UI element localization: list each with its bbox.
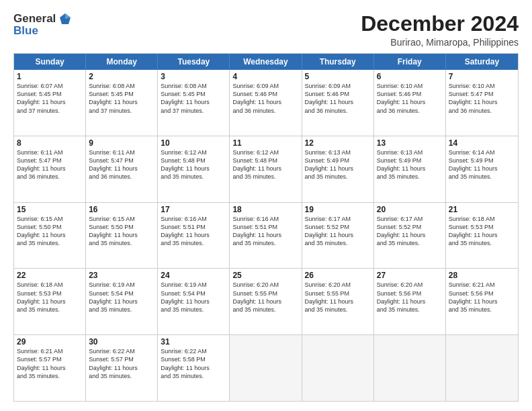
day-info: Sunrise: 6:15 AM Sunset: 5:50 PM Dayligh… [17, 215, 83, 248]
day-info: Sunrise: 6:11 AM Sunset: 5:47 PM Dayligh… [17, 148, 83, 181]
day-info: Sunrise: 6:12 AM Sunset: 5:48 PM Dayligh… [161, 148, 226, 181]
day-info: Sunrise: 6:13 AM Sunset: 5:49 PM Dayligh… [377, 148, 443, 181]
logo-blue: Blue [13, 24, 38, 38]
day-info: Sunrise: 6:15 AM Sunset: 5:50 PM Dayligh… [89, 215, 154, 248]
day-number: 30 [89, 337, 154, 347]
day-info: Sunrise: 6:22 AM Sunset: 5:58 PM Dayligh… [161, 347, 226, 380]
day-info: Sunrise: 6:18 AM Sunset: 5:53 PM Dayligh… [17, 281, 83, 314]
day-info: Sunrise: 6:21 AM Sunset: 5:57 PM Dayligh… [17, 347, 83, 380]
day-info: Sunrise: 6:20 AM Sunset: 5:55 PM Dayligh… [305, 281, 371, 314]
day-cell-26: 26Sunrise: 6:20 AM Sunset: 5:55 PM Dayli… [302, 269, 374, 334]
day-info: Sunrise: 6:08 AM Sunset: 5:45 PM Dayligh… [89, 82, 154, 115]
calendar-row-5: 29Sunrise: 6:21 AM Sunset: 5:57 PM Dayli… [14, 334, 518, 401]
day-number: 26 [305, 271, 371, 280]
header-day-monday: Monday [86, 54, 158, 70]
day-cell-21: 21Sunrise: 6:18 AM Sunset: 5:53 PM Dayli… [446, 203, 518, 269]
empty-cell [230, 335, 302, 401]
day-cell-7: 7Sunrise: 6:10 AM Sunset: 5:47 PM Daylig… [446, 70, 518, 136]
day-cell-31: 31Sunrise: 6:22 AM Sunset: 5:58 PM Dayli… [158, 335, 230, 401]
day-cell-19: 19Sunrise: 6:17 AM Sunset: 5:52 PM Dayli… [302, 203, 374, 269]
day-info: Sunrise: 6:11 AM Sunset: 5:47 PM Dayligh… [89, 148, 154, 181]
title-block: December 2024 Burirao, Mimaropa, Philipp… [361, 12, 519, 48]
calendar-body: 1Sunrise: 6:07 AM Sunset: 5:45 PM Daylig… [14, 70, 518, 401]
day-cell-25: 25Sunrise: 6:20 AM Sunset: 5:55 PM Dayli… [230, 269, 302, 334]
day-cell-22: 22Sunrise: 6:18 AM Sunset: 5:53 PM Dayli… [14, 269, 86, 334]
day-cell-13: 13Sunrise: 6:13 AM Sunset: 5:49 PM Dayli… [374, 136, 446, 202]
month-title: December 2024 [361, 12, 519, 36]
day-cell-3: 3Sunrise: 6:08 AM Sunset: 5:45 PM Daylig… [158, 70, 230, 136]
calendar-row-4: 22Sunrise: 6:18 AM Sunset: 5:53 PM Dayli… [14, 268, 518, 334]
day-cell-23: 23Sunrise: 6:19 AM Sunset: 5:54 PM Dayli… [86, 269, 158, 334]
day-info: Sunrise: 6:17 AM Sunset: 5:52 PM Dayligh… [305, 215, 371, 248]
header-day-thursday: Thursday [302, 54, 374, 70]
calendar-row-3: 15Sunrise: 6:15 AM Sunset: 5:50 PM Dayli… [14, 202, 518, 269]
day-number: 9 [89, 138, 154, 148]
day-cell-5: 5Sunrise: 6:09 AM Sunset: 5:46 PM Daylig… [302, 70, 374, 136]
day-number: 2 [89, 72, 154, 81]
day-number: 28 [449, 271, 515, 280]
day-cell-4: 4Sunrise: 6:09 AM Sunset: 5:46 PM Daylig… [230, 70, 302, 136]
day-number: 13 [377, 138, 443, 148]
day-number: 5 [305, 72, 371, 81]
header-day-friday: Friday [374, 54, 446, 70]
day-cell-20: 20Sunrise: 6:17 AM Sunset: 5:52 PM Dayli… [374, 203, 446, 269]
day-info: Sunrise: 6:21 AM Sunset: 5:56 PM Dayligh… [449, 281, 515, 314]
day-number: 21 [449, 205, 515, 214]
day-number: 16 [89, 205, 154, 214]
day-info: Sunrise: 6:19 AM Sunset: 5:54 PM Dayligh… [161, 281, 226, 314]
day-info: Sunrise: 6:13 AM Sunset: 5:49 PM Dayligh… [305, 148, 371, 181]
day-cell-14: 14Sunrise: 6:14 AM Sunset: 5:49 PM Dayli… [446, 136, 518, 202]
logo-general: General [13, 12, 56, 26]
day-cell-18: 18Sunrise: 6:16 AM Sunset: 5:51 PM Dayli… [230, 203, 302, 269]
logo: General Blue [13, 12, 72, 38]
day-info: Sunrise: 6:07 AM Sunset: 5:45 PM Dayligh… [17, 82, 83, 115]
day-info: Sunrise: 6:22 AM Sunset: 5:57 PM Dayligh… [89, 347, 154, 380]
day-cell-8: 8Sunrise: 6:11 AM Sunset: 5:47 PM Daylig… [14, 136, 86, 202]
header-day-saturday: Saturday [446, 54, 518, 70]
day-number: 10 [161, 138, 226, 148]
day-cell-2: 2Sunrise: 6:08 AM Sunset: 5:45 PM Daylig… [86, 70, 158, 136]
calendar-row-1: 1Sunrise: 6:07 AM Sunset: 5:45 PM Daylig… [14, 70, 518, 136]
day-number: 17 [161, 205, 226, 214]
header-day-sunday: Sunday [14, 54, 86, 70]
day-number: 19 [305, 205, 371, 214]
day-info: Sunrise: 6:19 AM Sunset: 5:54 PM Dayligh… [89, 281, 154, 314]
day-cell-28: 28Sunrise: 6:21 AM Sunset: 5:56 PM Dayli… [446, 269, 518, 334]
day-number: 14 [449, 138, 515, 148]
day-cell-10: 10Sunrise: 6:12 AM Sunset: 5:48 PM Dayli… [158, 136, 230, 202]
day-cell-11: 11Sunrise: 6:12 AM Sunset: 5:48 PM Dayli… [230, 136, 302, 202]
day-cell-30: 30Sunrise: 6:22 AM Sunset: 5:57 PM Dayli… [86, 335, 158, 401]
day-number: 22 [17, 271, 83, 280]
day-cell-29: 29Sunrise: 6:21 AM Sunset: 5:57 PM Dayli… [14, 335, 86, 401]
day-number: 8 [17, 138, 83, 148]
calendar-header: SundayMondayTuesdayWednesdayThursdayFrid… [14, 54, 518, 70]
day-number: 25 [232, 271, 298, 280]
day-number: 3 [161, 72, 226, 81]
day-number: 6 [377, 72, 443, 81]
day-cell-15: 15Sunrise: 6:15 AM Sunset: 5:50 PM Dayli… [14, 203, 86, 269]
day-info: Sunrise: 6:20 AM Sunset: 5:55 PM Dayligh… [232, 281, 298, 314]
day-cell-9: 9Sunrise: 6:11 AM Sunset: 5:47 PM Daylig… [86, 136, 158, 202]
day-cell-24: 24Sunrise: 6:19 AM Sunset: 5:54 PM Dayli… [158, 269, 230, 334]
day-number: 31 [161, 337, 226, 347]
day-number: 15 [17, 205, 83, 214]
day-info: Sunrise: 6:20 AM Sunset: 5:56 PM Dayligh… [377, 281, 443, 314]
day-cell-17: 17Sunrise: 6:16 AM Sunset: 5:51 PM Dayli… [158, 203, 230, 269]
day-cell-12: 12Sunrise: 6:13 AM Sunset: 5:49 PM Dayli… [302, 136, 374, 202]
day-info: Sunrise: 6:10 AM Sunset: 5:47 PM Dayligh… [449, 82, 515, 115]
day-number: 7 [449, 72, 515, 81]
day-number: 11 [232, 138, 298, 148]
calendar-row-2: 8Sunrise: 6:11 AM Sunset: 5:47 PM Daylig… [14, 136, 518, 202]
day-info: Sunrise: 6:14 AM Sunset: 5:49 PM Dayligh… [449, 148, 515, 181]
empty-cell [302, 335, 374, 401]
day-number: 1 [17, 72, 83, 81]
page: General Blue December 2024 Burirao, Mima… [0, 0, 532, 411]
location: Burirao, Mimaropa, Philippines [361, 37, 519, 48]
day-info: Sunrise: 6:09 AM Sunset: 5:46 PM Dayligh… [305, 82, 371, 115]
header: General Blue December 2024 Burirao, Mima… [13, 12, 519, 48]
day-cell-16: 16Sunrise: 6:15 AM Sunset: 5:50 PM Dayli… [86, 203, 158, 269]
day-number: 24 [161, 271, 226, 280]
day-number: 18 [232, 205, 298, 214]
day-cell-6: 6Sunrise: 6:10 AM Sunset: 5:46 PM Daylig… [374, 70, 446, 136]
day-info: Sunrise: 6:17 AM Sunset: 5:52 PM Dayligh… [377, 215, 443, 248]
